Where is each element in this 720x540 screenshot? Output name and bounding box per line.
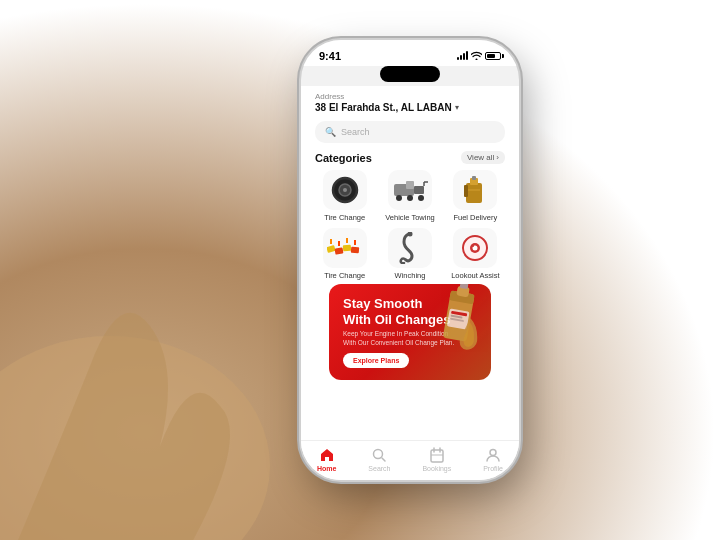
search-icon: 🔍	[325, 127, 336, 137]
wifi-icon	[471, 51, 482, 62]
tire-change-icon-box	[323, 170, 367, 210]
bottom-navigation: Home Search Bookings	[301, 440, 519, 480]
search-placeholder: Search	[341, 127, 370, 137]
category-grid: Tire Change	[315, 170, 505, 280]
signal-icon	[457, 52, 468, 60]
view-all-button[interactable]: View all ›	[461, 151, 505, 164]
category-label-lookout: Lookout Assist	[451, 271, 499, 280]
svg-point-3	[343, 188, 347, 192]
nav-label-search: Search	[368, 465, 390, 472]
categories-header: Categories View all ›	[315, 151, 505, 164]
category-item-fuel[interactable]: Fuel Delivery	[446, 170, 505, 222]
oil-visual	[417, 284, 491, 365]
address-text: 38 El Farahda St., AL LABAN	[315, 102, 452, 113]
svg-rect-12	[466, 183, 482, 203]
dynamic-island	[380, 66, 440, 82]
nav-item-home[interactable]: Home	[317, 447, 336, 472]
svg-point-8	[407, 195, 413, 201]
svg-rect-17	[327, 245, 336, 253]
nav-item-bookings[interactable]: Bookings	[422, 447, 451, 472]
nav-item-profile[interactable]: Profile	[483, 447, 503, 472]
svg-rect-20	[350, 247, 358, 254]
svg-line-39	[382, 458, 385, 461]
fuel-icon-box	[453, 170, 497, 210]
svg-rect-16	[468, 189, 480, 191]
status-bar: 9:41	[301, 40, 519, 66]
svg-point-7	[396, 195, 402, 201]
promo-banner[interactable]: Stay Smooth With Oil Changes Keep Your E…	[329, 284, 491, 380]
towing-icon-box	[388, 170, 432, 210]
svg-rect-40	[431, 450, 443, 462]
chevron-down-icon: ▾	[455, 103, 459, 112]
nav-label-profile: Profile	[483, 465, 503, 472]
address-label: Address	[315, 92, 505, 101]
phone-shell: 9:41	[301, 40, 519, 480]
svg-rect-13	[464, 185, 468, 197]
nav-item-search[interactable]: Search	[368, 447, 390, 472]
category-item-tire2[interactable]: Tire Change	[315, 228, 374, 280]
promo-button[interactable]: Explore Plans	[343, 353, 409, 368]
category-item-vehicle-towing[interactable]: Vehicle Towing	[380, 170, 439, 222]
search-bar[interactable]: 🔍 Search	[315, 121, 505, 143]
address-section: Address 38 El Farahda St., AL LABAN ▾	[301, 86, 519, 117]
status-icons	[457, 51, 501, 62]
winching-icon-box	[388, 228, 432, 268]
svg-rect-19	[342, 245, 350, 252]
svg-rect-18	[334, 247, 343, 254]
category-label-fuel: Fuel Delivery	[453, 213, 497, 222]
category-label-tire2: Tire Change	[324, 271, 365, 280]
category-label-towing: Vehicle Towing	[385, 213, 434, 222]
category-item-tire-change[interactable]: Tire Change	[315, 170, 374, 222]
category-item-winching[interactable]: Winching	[380, 228, 439, 280]
category-label-tire: Tire Change	[324, 213, 365, 222]
category-item-lookout[interactable]: Lookout Assist	[446, 228, 505, 280]
svg-point-38	[374, 450, 383, 459]
svg-point-29	[472, 245, 474, 247]
category-label-winching: Winching	[395, 271, 426, 280]
status-time: 9:41	[319, 50, 341, 62]
categories-section: Categories View all ›	[301, 149, 519, 440]
svg-point-9	[418, 195, 424, 201]
battery-icon	[485, 52, 501, 60]
svg-rect-5	[406, 181, 414, 189]
address-row[interactable]: 38 El Farahda St., AL LABAN ▾	[315, 102, 505, 113]
scene: 9:41	[0, 0, 720, 540]
nav-label-home: Home	[317, 465, 336, 472]
chevron-right-icon: ›	[496, 153, 499, 162]
svg-point-44	[490, 450, 496, 456]
svg-rect-6	[414, 186, 424, 194]
categories-title: Categories	[315, 152, 372, 164]
screen-content: Address 38 El Farahda St., AL LABAN ▾ 🔍 …	[301, 86, 519, 480]
nav-label-bookings: Bookings	[422, 465, 451, 472]
tire2-icon-box	[323, 228, 367, 268]
svg-rect-15	[472, 176, 476, 180]
lookout-icon-box	[453, 228, 497, 268]
